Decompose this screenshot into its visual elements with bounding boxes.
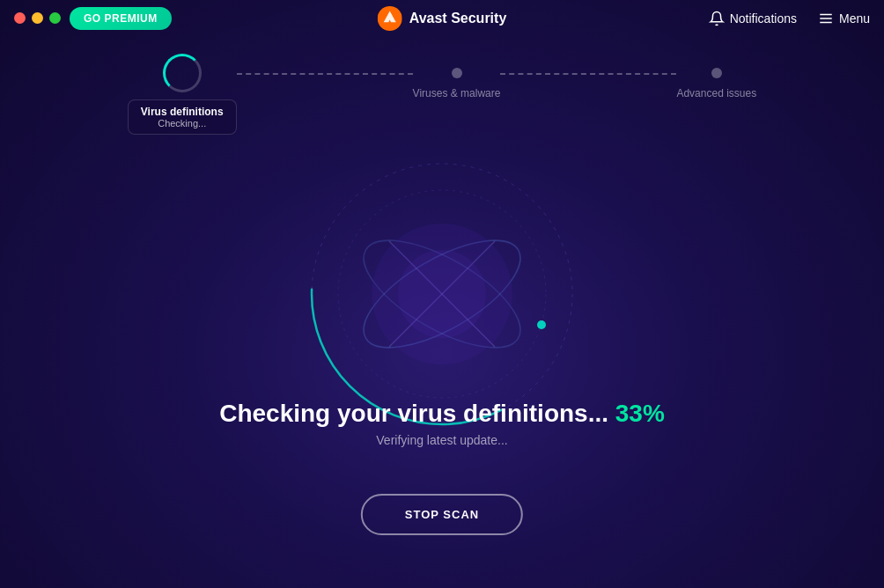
scan-visual xyxy=(301,153,583,435)
stop-scan-button[interactable]: STOP SCAN xyxy=(361,494,523,535)
menu-icon xyxy=(818,11,834,26)
close-button[interactable] xyxy=(14,12,26,24)
titlebar-right: Notifications Menu xyxy=(709,11,870,26)
step3-circle xyxy=(711,68,722,78)
menu-button[interactable]: Menu xyxy=(818,11,870,26)
app-title: Avast Security xyxy=(409,11,507,26)
step-connector-2 xyxy=(500,73,676,75)
titlebar-center: Avast Security xyxy=(378,6,507,31)
scan-title: Checking your virus definitions... 33% xyxy=(219,400,665,428)
notifications-button[interactable]: Notifications xyxy=(709,11,797,26)
svg-point-13 xyxy=(398,250,486,338)
scan-percent: 33% xyxy=(615,400,665,427)
scan-text: Checking your virus definitions... 33% V… xyxy=(219,400,665,447)
notifications-label: Notifications xyxy=(730,11,797,26)
titlebar-left: GO PREMIUM xyxy=(14,7,172,30)
steps-container: Virus definitions Checking... Viruses & … xyxy=(0,36,884,135)
step1-label-sub: Checking... xyxy=(141,118,224,129)
step1-label-main: Virus definitions xyxy=(141,106,224,118)
step-advanced-issues: Advanced issues xyxy=(676,54,756,99)
step2-label: Viruses & malware xyxy=(413,87,501,99)
step-connector-1 xyxy=(237,73,413,75)
scan-title-text: Checking your virus definitions... xyxy=(219,400,608,427)
step-virus-definitions: Virus definitions Checking... xyxy=(128,54,237,135)
svg-point-11 xyxy=(537,320,546,329)
step1-circle xyxy=(163,54,202,92)
spinner-ring xyxy=(163,54,202,92)
traffic-lights xyxy=(14,12,61,24)
menu-label: Menu xyxy=(839,11,870,26)
step3-label: Advanced issues xyxy=(676,87,756,99)
avast-logo-icon xyxy=(378,6,402,31)
step2-circle xyxy=(452,68,462,78)
step1-label-box: Virus definitions Checking... xyxy=(128,99,237,135)
maximize-button[interactable] xyxy=(49,12,61,24)
bell-icon xyxy=(709,11,725,26)
go-premium-button[interactable]: GO PREMIUM xyxy=(70,7,172,30)
minimize-button[interactable] xyxy=(32,12,43,24)
step-viruses-malware: Viruses & malware xyxy=(413,54,501,99)
scan-subtitle: Verifying latest update... xyxy=(219,433,665,447)
titlebar: GO PREMIUM Avast Security Notifications xyxy=(0,0,884,36)
